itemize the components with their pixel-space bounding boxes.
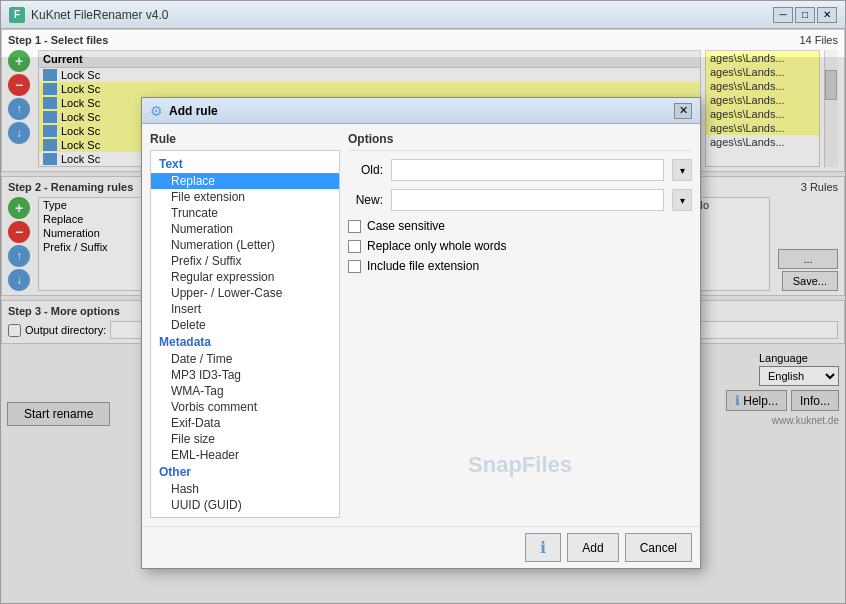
old-field-row: Old: ▾ (348, 159, 692, 181)
modal-overlay: ⚙ Add rule ✕ Rule Text Replace File exte… (1, 57, 845, 603)
rule-hash[interactable]: Hash (151, 481, 339, 497)
rule-eml[interactable]: EML-Header (151, 447, 339, 463)
rule-mp3[interactable]: MP3 ID3-Tag (151, 367, 339, 383)
rule-vorbis[interactable]: Vorbis comment (151, 399, 339, 415)
rule-file-extension[interactable]: File extension (151, 189, 339, 205)
new-field-row: New: ▾ (348, 189, 692, 211)
window-controls: ─ □ ✕ (773, 7, 837, 23)
rule-list: Text Replace File extension Truncate Num… (150, 150, 340, 518)
new-label: New: (348, 193, 383, 207)
modal-body: Rule Text Replace File extension Truncat… (142, 124, 700, 526)
include-extension-row: Include file extension (348, 259, 692, 273)
rule-insert[interactable]: Insert (151, 301, 339, 317)
files-count: 14 Files (799, 34, 838, 46)
minimize-button[interactable]: ─ (773, 7, 793, 23)
old-label: Old: (348, 163, 383, 177)
replace-whole-words-label: Replace only whole words (367, 239, 506, 253)
rule-regex[interactable]: Regular expression (151, 269, 339, 285)
rule-numeration-letter[interactable]: Numeration (Letter) (151, 237, 339, 253)
snapfiles-watermark: SnapFiles (468, 452, 572, 478)
app-icon: F (9, 7, 25, 23)
rule-truncate[interactable]: Truncate (151, 205, 339, 221)
rule-uuid[interactable]: UUID (GUID) (151, 497, 339, 513)
category-metadata: Metadata (151, 333, 339, 351)
maximize-button[interactable]: □ (795, 7, 815, 23)
rule-delete[interactable]: Delete (151, 317, 339, 333)
modal-close-button[interactable]: ✕ (674, 103, 692, 119)
replace-whole-words-row: Replace only whole words (348, 239, 692, 253)
title-bar: F KuKnet FileRenamer v4.0 ─ □ ✕ (1, 1, 845, 29)
rule-wma[interactable]: WMA-Tag (151, 383, 339, 399)
include-extension-label: Include file extension (367, 259, 479, 273)
include-extension-checkbox[interactable] (348, 260, 361, 273)
rule-prefix-suffix[interactable]: Prefix / Suffix (151, 253, 339, 269)
rule-exif[interactable]: Exif-Data (151, 415, 339, 431)
rule-replace[interactable]: Replace (151, 173, 339, 189)
case-sensitive-row: Case sensitive (348, 219, 692, 233)
close-button[interactable]: ✕ (817, 7, 837, 23)
step1-label: Step 1 - Select files (8, 34, 108, 46)
modal-title: Add rule (169, 104, 218, 118)
rule-upper-lower[interactable]: Upper- / Lower-Case (151, 285, 339, 301)
case-sensitive-checkbox[interactable] (348, 220, 361, 233)
modal-right-panel: Options Old: ▾ New: ▾ (348, 132, 692, 518)
new-dropdown-button[interactable]: ▾ (672, 189, 692, 211)
modal-add-button[interactable]: Add (567, 533, 618, 562)
modal-footer: ℹ Add Cancel (142, 526, 700, 568)
modal-title-bar: ⚙ Add rule ✕ (142, 98, 700, 124)
replace-whole-words-checkbox[interactable] (348, 240, 361, 253)
info-circle-icon: ℹ (540, 538, 546, 557)
category-other: Other (151, 463, 339, 481)
old-dropdown-button[interactable]: ▾ (672, 159, 692, 181)
add-rule-modal: ⚙ Add rule ✕ Rule Text Replace File exte… (141, 97, 701, 569)
category-text: Text (151, 155, 339, 173)
rule-section-label: Rule (150, 132, 348, 146)
new-input[interactable] (391, 189, 664, 211)
rule-date-time[interactable]: Date / Time (151, 351, 339, 367)
options-section-label: Options (348, 132, 692, 151)
modal-info-button[interactable]: ℹ (525, 533, 561, 562)
modal-title-icon: ⚙ (150, 103, 163, 119)
case-sensitive-label: Case sensitive (367, 219, 445, 233)
old-input[interactable] (391, 159, 664, 181)
modal-left-panel: Rule Text Replace File extension Truncat… (150, 132, 348, 518)
rule-numeration[interactable]: Numeration (151, 221, 339, 237)
window-title: KuKnet FileRenamer v4.0 (31, 8, 168, 22)
rule-filesize[interactable]: File size (151, 431, 339, 447)
modal-cancel-button[interactable]: Cancel (625, 533, 692, 562)
